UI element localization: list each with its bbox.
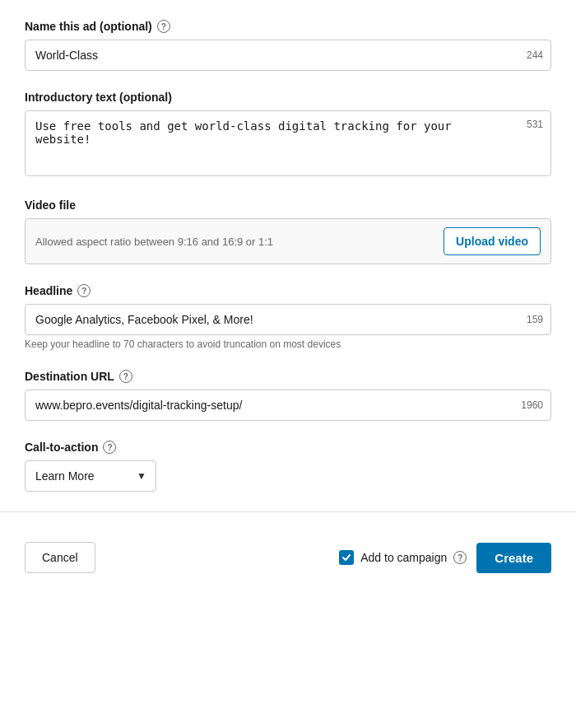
headline-hint: Keep your headline to 70 characters to a… [25,338,551,350]
cancel-button[interactable]: Cancel [25,542,95,573]
call-to-action-select[interactable]: Learn More Sign Up Register Download Get… [25,460,156,492]
headline-help-icon[interactable]: ? [77,284,91,297]
destination-url-input[interactable] [25,390,551,421]
ad-name-help-icon[interactable]: ? [157,20,170,33]
call-to-action-help-icon[interactable]: ? [103,441,116,454]
intro-text-label-text: Introductory text (optional) [25,91,172,104]
destination-url-input-wrapper: 1960 [25,390,551,421]
intro-text-wrapper: 531 [25,110,551,179]
form-container: Name this ad (optional) ? 244 Introducto… [0,0,576,492]
headline-input[interactable] [25,304,551,335]
ad-name-label: Name this ad (optional) ? [25,20,551,33]
create-button[interactable]: Create [476,543,551,573]
destination-url-label-text: Destination URL [25,370,114,383]
headline-char-count: 159 [527,314,543,325]
ad-name-group: Name this ad (optional) ? 244 [25,20,551,71]
destination-url-group: Destination URL ? 1960 [25,370,551,421]
video-upload-hint: Allowed aspect ratio between 9:16 and 16… [35,236,273,248]
headline-group: Headline ? 159 Keep your headline to 70 … [25,284,551,350]
intro-text-input[interactable] [25,110,551,176]
destination-url-help-icon[interactable]: ? [119,370,132,383]
destination-url-char-count: 1960 [521,399,543,411]
intro-text-char-count: 531 [527,119,543,130]
footer: Cancel Add to campaign ? Create [0,529,576,590]
call-to-action-select-wrapper: Learn More Sign Up Register Download Get… [25,460,156,492]
footer-right: Add to campaign ? Create [339,543,551,573]
headline-label-text: Headline [25,284,72,297]
video-file-group: Video file Allowed aspect ratio between … [25,198,551,264]
intro-text-group: Introductory text (optional) 531 [25,91,551,179]
video-upload-box: Allowed aspect ratio between 9:16 and 16… [25,218,551,264]
video-file-label-text: Video file [25,198,76,212]
intro-text-label: Introductory text (optional) [25,91,551,104]
add-to-campaign-checkbox[interactable] [339,550,354,565]
add-to-campaign-label: Add to campaign [360,551,447,564]
ad-name-input-wrapper: 244 [25,40,551,71]
ad-name-label-text: Name this ad (optional) [25,20,152,33]
ad-name-input[interactable] [25,40,551,71]
call-to-action-label-text: Call-to-action [25,441,98,454]
headline-input-wrapper: 159 [25,304,551,335]
call-to-action-label: Call-to-action ? [25,441,551,454]
headline-label: Headline ? [25,284,551,297]
destination-url-label: Destination URL ? [25,370,551,383]
add-campaign-wrapper: Add to campaign ? [339,550,467,565]
ad-name-char-count: 244 [527,49,543,61]
footer-divider [0,511,576,512]
call-to-action-group: Call-to-action ? Learn More Sign Up Regi… [25,441,551,492]
upload-video-button[interactable]: Upload video [444,227,541,255]
video-file-label: Video file [25,198,551,212]
add-campaign-help-icon[interactable]: ? [453,551,467,564]
